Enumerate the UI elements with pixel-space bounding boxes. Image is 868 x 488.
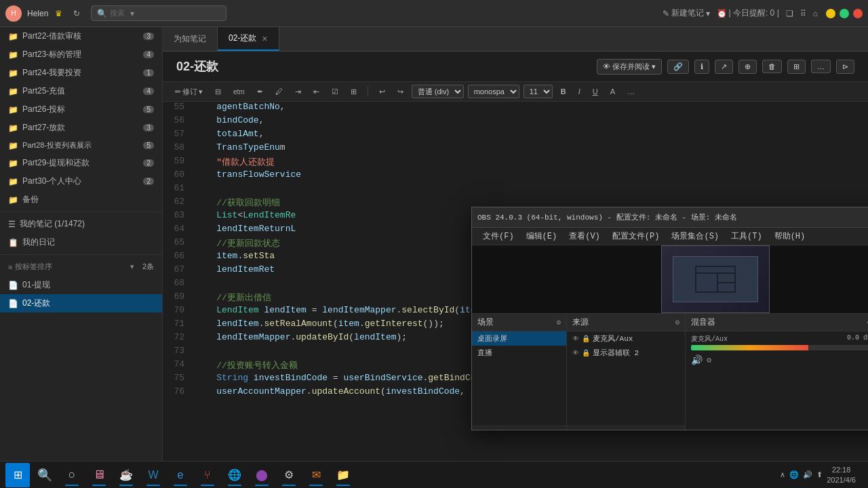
highlight-button[interactable]: 🖊	[271, 86, 287, 97]
home-button[interactable]: ⌂	[813, 9, 818, 18]
modify-button[interactable]: ✏ 修订 ▾	[171, 85, 207, 98]
font-select[interactable]: monospa	[468, 85, 519, 98]
taskbar-app-word[interactable]: W	[141, 463, 165, 487]
obs-scene-settings-icon[interactable]: ⚙	[556, 318, 561, 327]
obs-source-down-icon[interactable]: ∨	[620, 427, 631, 430]
view-button[interactable]: ❑	[786, 9, 793, 18]
more-options-button[interactable]: …	[623, 86, 639, 97]
taskbar-app-settings[interactable]: ⚙	[277, 463, 301, 487]
undo-button[interactable]: ↩	[375, 86, 389, 98]
taskbar-app-ie[interactable]: e	[168, 463, 193, 487]
obs-window: OBS 24.0.3 (64-bit, windows) - 配置文件: 未命名…	[471, 207, 868, 430]
color-button[interactable]: A	[606, 86, 619, 97]
sidebar-my-diary[interactable]: 📋 我的日记	[0, 233, 162, 251]
taskbar-app-java[interactable]: ☕	[114, 463, 138, 487]
layout-button[interactable]: ⊞	[787, 60, 806, 74]
save-read-button[interactable]: 👁 保存并阅读 ▾	[597, 59, 662, 75]
obs-scene-up-icon[interactable]: ∧	[500, 427, 511, 430]
close-button[interactable]	[853, 9, 863, 18]
apps-button[interactable]: ⠿	[800, 9, 806, 18]
code-editor[interactable]: 55 agentBatchNo, 56 bindCode, 57 totalAm…	[163, 102, 868, 481]
checkbox-button[interactable]: ☑	[328, 86, 342, 98]
tab-close-icon[interactable]: ×	[262, 33, 267, 44]
sidebar-nav-repayment[interactable]: 📄 02-还款	[0, 294, 162, 312]
obs-menu-help[interactable]: 帮助(H)	[769, 228, 811, 244]
folder-icon: 📁	[8, 32, 18, 41]
minimize-button[interactable]	[826, 9, 835, 18]
taskbar-app-explorer[interactable]: 🖥	[87, 463, 111, 487]
refresh-icon[interactable]: ↻	[73, 9, 80, 18]
sidebar-item-part24[interactable]: 📁 Part24-我要投资 1	[0, 64, 162, 82]
share2-button[interactable]: ⊕	[738, 60, 757, 74]
tab-repayment[interactable]: 02-还款 ×	[218, 27, 279, 51]
obs-source-settings-icon[interactable]: ⚙	[675, 318, 679, 327]
new-note-button[interactable]: ✎ 新建笔记 ▾	[663, 7, 710, 19]
taskbar-search-button[interactable]: 🔍	[33, 463, 57, 487]
sidebar-item-part29[interactable]: 📁 Part29-提现和还款 2	[0, 154, 162, 172]
info-button[interactable]: ℹ	[694, 60, 709, 74]
obs-menu-profile[interactable]: 配置文件(P)	[607, 228, 665, 244]
indent-button[interactable]: ⇥	[291, 86, 305, 98]
sidebar-item-backup[interactable]: 📁 备份	[0, 190, 162, 209]
obs-scene-desktop[interactable]: 桌面录屏	[472, 331, 566, 346]
etm-button[interactable]: etm	[229, 87, 249, 97]
obs-scene-down-icon[interactable]: ∨	[512, 427, 523, 430]
attach-button[interactable]: 🔗	[667, 60, 689, 74]
obs-scene-live[interactable]: 直播	[472, 346, 566, 360]
obs-source-add-icon[interactable]: +	[570, 428, 580, 430]
diary-icon: 📋	[8, 238, 18, 247]
taskbar-app-cortana[interactable]: ○	[60, 463, 84, 487]
taskbar-app-chrome[interactable]: 🌐	[222, 463, 247, 487]
sidebar-my-notes[interactable]: ☰ 我的笔记 (1/1472)	[0, 215, 162, 233]
obs-scene-remove-icon[interactable]: −	[487, 428, 498, 430]
obs-source-monitor[interactable]: 👁 🔒 显示器辅联 2	[567, 346, 685, 360]
bold-button[interactable]: B	[557, 86, 570, 97]
grid-button[interactable]: ⊞	[347, 86, 361, 98]
underline-button[interactable]: U	[589, 86, 602, 97]
sidebar-item-part23[interactable]: 📁 Part23-标的管理 4	[0, 45, 162, 64]
taskbar-app-postman[interactable]: ✉	[304, 463, 328, 487]
table-button[interactable]: ⊟	[211, 86, 225, 98]
obs-source-mic[interactable]: 👁 🔒 麦克风/Aux	[567, 331, 685, 346]
sidebar-item-part27[interactable]: 📁 Part27-放款 3	[0, 119, 162, 137]
more-button[interactable]: …	[811, 60, 831, 73]
taskbar-clock[interactable]: 22:18 2021/4/6	[827, 465, 856, 485]
sidebar-nav-withdraw[interactable]: 📄 01-提现	[0, 276, 162, 294]
tray-hide-icon[interactable]: ∧	[780, 470, 785, 479]
maximize-button[interactable]	[840, 9, 849, 18]
italic-button[interactable]: I	[574, 86, 585, 97]
obs-mute-icon[interactable]: 🔊	[691, 354, 703, 366]
size-select[interactable]: 11	[524, 85, 553, 98]
delete-button[interactable]: 🗑	[762, 60, 782, 73]
obs-scene-add-icon[interactable]: +	[475, 428, 486, 430]
sidebar-item-part26[interactable]: 📁 Part26-投标 5	[0, 100, 162, 119]
redo-button[interactable]: ↪	[393, 86, 408, 98]
outdent-button[interactable]: ⇤	[309, 86, 323, 98]
search-bar[interactable]: 🔍 搜索 ▾	[91, 5, 226, 21]
obs-mixer-gear-icon[interactable]: ⚙	[707, 355, 711, 365]
taskbar-app-files[interactable]: 📁	[331, 463, 355, 487]
obs-source-up-icon[interactable]: ∧	[607, 427, 618, 430]
obs-preview-svg	[695, 266, 736, 293]
obs-menu-edit[interactable]: 编辑(E)	[521, 228, 563, 244]
obs-menu-tools[interactable]: 工具(T)	[726, 228, 768, 244]
tab-wiznote[interactable]: 为知笔记	[163, 27, 218, 51]
share-button[interactable]: ↗	[715, 60, 733, 74]
sidebar-item-part30[interactable]: 📁 Part30-个人中心 2	[0, 172, 162, 190]
expand-button[interactable]: ⊳	[836, 60, 854, 74]
tray-volume-icon[interactable]: 🔊	[803, 470, 812, 479]
obs-menu-scene-collection[interactable]: 场景集合(S)	[666, 228, 724, 244]
obs-menu-view[interactable]: 查看(V)	[564, 228, 606, 244]
style-select[interactable]: 普通 (div)	[412, 85, 464, 98]
obs-source-settings2-icon[interactable]: ⚙	[595, 427, 606, 430]
taskbar-start-button[interactable]: ⊞	[5, 463, 30, 487]
taskbar-app-git[interactable]: ⑂	[195, 463, 220, 487]
pen-button[interactable]: ✒	[253, 86, 267, 98]
reminder-button[interactable]: ⏰ | 今日提醒: 0 |	[717, 7, 779, 19]
sidebar-item-part22[interactable]: 📁 Part22-借款审核 3	[0, 27, 162, 45]
obs-source-remove-icon[interactable]: −	[582, 428, 593, 430]
sidebar-item-part25[interactable]: 📁 Part25-充值 4	[0, 82, 162, 100]
taskbar-app-obs[interactable]: ⬤	[250, 463, 274, 487]
obs-menu-file[interactable]: 文件(F)	[477, 228, 519, 244]
sidebar-item-part28[interactable]: 📁 Part28-投资列表展示 5	[0, 137, 162, 154]
